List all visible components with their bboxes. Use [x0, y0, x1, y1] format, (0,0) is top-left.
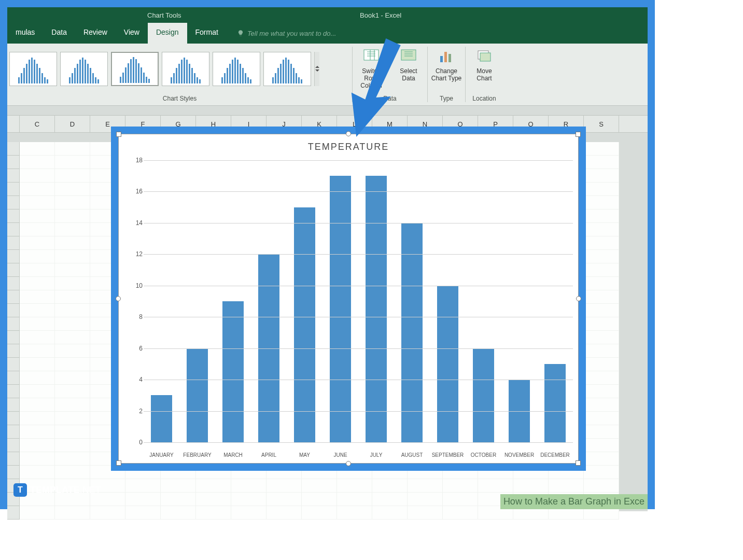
svg-rect-2 — [440, 56, 443, 62]
y-tick-10: 10 — [136, 282, 143, 289]
type-group: Change Chart Type Type — [428, 44, 465, 105]
wiki-caption: How to Make a Bar Graph in Exce — [500, 494, 648, 509]
x-label-october: OCTOBER — [466, 452, 501, 458]
app-frame: Chart Tools Book1 - Excel mulas Data Rev… — [0, 0, 655, 509]
bar-june[interactable] — [330, 176, 351, 442]
chart-style-2[interactable] — [60, 52, 108, 86]
chart-styles-group: Chart Styles — [7, 44, 352, 105]
x-label-may: MAY — [287, 452, 323, 458]
column-header-C[interactable]: C — [20, 116, 55, 132]
chart-style-4[interactable] — [162, 52, 209, 86]
bar-january[interactable] — [151, 395, 172, 442]
select-data-icon — [399, 47, 418, 65]
tab-formulas[interactable]: mulas — [7, 23, 43, 44]
tab-data[interactable]: Data — [43, 23, 75, 44]
x-label-december: DECEMBER — [537, 452, 573, 458]
x-label-november: NOVEMBER — [501, 452, 537, 458]
chart-style-1[interactable] — [9, 52, 57, 86]
x-label-september: SEPTEMBER — [430, 452, 466, 458]
bar-september[interactable] — [437, 286, 458, 442]
resize-handle-s[interactable] — [346, 461, 351, 466]
tab-review[interactable]: Review — [75, 23, 116, 44]
y-tick-14: 14 — [136, 219, 143, 227]
chart-title[interactable]: TEMPERATURE — [119, 134, 578, 156]
resize-handle-w[interactable] — [116, 296, 121, 301]
bar-august[interactable] — [401, 223, 422, 442]
y-tick-0: 0 — [139, 439, 143, 446]
resize-handle-ne[interactable] — [576, 132, 581, 137]
chart-type-icon — [437, 47, 456, 65]
type-group-label: Type — [428, 94, 465, 105]
plot-area[interactable]: 024681012141618 — [144, 160, 573, 442]
template-logo-icon: T — [13, 483, 27, 497]
watermark: T TEMPLATE.NET — [13, 483, 101, 497]
x-label-june: JUNE — [323, 452, 358, 458]
chart-style-5[interactable] — [213, 52, 260, 86]
move-chart-icon — [475, 47, 494, 65]
resize-handle-e[interactable] — [576, 296, 581, 301]
data-group-label: Data — [353, 94, 427, 105]
y-tick-8: 8 — [139, 313, 143, 320]
title-bar: Chart Tools Book1 - Excel — [7, 7, 648, 23]
tell-me-label: Tell me what you want to do... — [247, 30, 337, 37]
select-data-button[interactable]: Select Data — [390, 44, 427, 94]
lightbulb-icon — [237, 30, 244, 37]
y-tick-18: 18 — [136, 157, 143, 164]
chart-highlight-frame: TEMPERATURE 024681012141618 JANUARYFEBRU… — [111, 127, 586, 471]
chart-styles-more[interactable] — [314, 52, 319, 86]
y-tick-4: 4 — [139, 376, 143, 383]
column-header-S[interactable]: S — [584, 116, 619, 132]
x-label-march: MARCH — [215, 452, 251, 458]
switch-row-column-button[interactable]: Switch Row/ Column — [353, 44, 390, 94]
location-group-label: Location — [466, 94, 503, 105]
move-chart-button[interactable]: Move Chart — [466, 44, 503, 94]
x-label-february: FEBRUARY — [179, 452, 215, 458]
x-axis: JANUARYFEBRUARYMARCHAPRILMAYJUNEJULYAUGU… — [144, 452, 573, 458]
resize-handle-se[interactable] — [576, 460, 581, 466]
y-axis: 024681012141618 — [128, 160, 143, 442]
switch-icon — [362, 47, 381, 65]
x-label-august: AUGUST — [394, 452, 430, 458]
bar-may[interactable] — [294, 207, 315, 442]
location-group: Move Chart Location — [466, 44, 503, 105]
bar-february[interactable] — [187, 348, 207, 442]
svg-rect-4 — [448, 54, 451, 62]
ribbon: Chart Styles Switch Row/ Column Select D… — [7, 44, 648, 106]
bar-march[interactable] — [222, 301, 243, 442]
tab-format[interactable]: Format — [187, 23, 227, 44]
embedded-chart[interactable]: TEMPERATURE 024681012141618 JANUARYFEBRU… — [118, 134, 579, 464]
x-label-july: JULY — [358, 452, 394, 458]
bar-october[interactable] — [473, 348, 494, 442]
chart-style-3[interactable] — [111, 52, 159, 86]
tell-me-search[interactable]: Tell me what you want to do... — [237, 23, 337, 44]
chart-styles-label: Chart Styles — [7, 94, 352, 105]
x-label-april: APRIL — [251, 452, 287, 458]
tab-view[interactable]: View — [116, 23, 148, 44]
column-header-D[interactable]: D — [55, 116, 90, 132]
y-tick-6: 6 — [139, 345, 143, 352]
data-group: Switch Row/ Column Select Data Data — [353, 44, 427, 105]
chart-style-6[interactable] — [263, 52, 311, 86]
svg-rect-3 — [444, 52, 447, 62]
chart-tools-label: Chart Tools — [147, 11, 181, 19]
resize-handle-n[interactable] — [346, 131, 351, 136]
svg-rect-0 — [364, 50, 378, 60]
y-tick-16: 16 — [136, 188, 143, 195]
ribbon-tabs: mulas Data Review View Design Format Tel… — [7, 23, 648, 44]
svg-rect-1 — [401, 50, 416, 60]
y-tick-2: 2 — [139, 408, 143, 415]
bars-container — [144, 160, 573, 442]
window-title: Book1 - Excel — [360, 11, 401, 19]
change-chart-type-button[interactable]: Change Chart Type — [428, 44, 465, 94]
resize-handle-nw[interactable] — [116, 132, 121, 137]
y-tick-12: 12 — [136, 250, 143, 258]
resize-handle-sw[interactable] — [116, 460, 121, 466]
x-label-january: JANUARY — [144, 452, 179, 458]
svg-rect-6 — [480, 53, 490, 61]
bar-july[interactable] — [366, 176, 386, 442]
tab-design[interactable]: Design — [148, 23, 187, 44]
bar-december[interactable] — [544, 364, 565, 442]
